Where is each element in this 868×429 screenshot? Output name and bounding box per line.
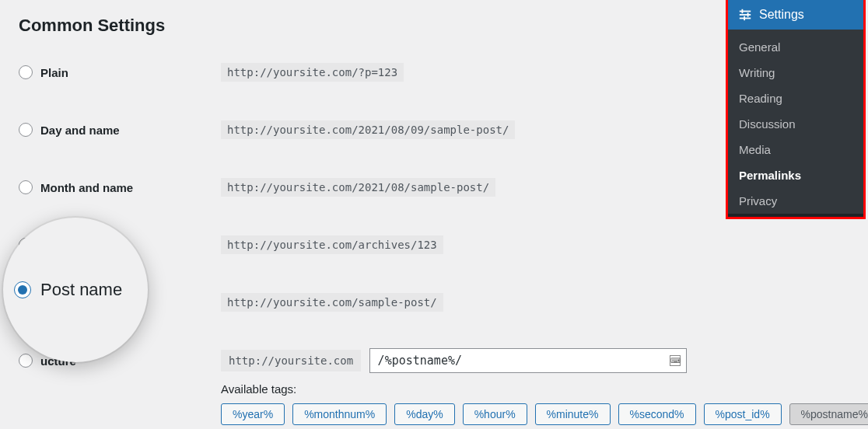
example-plain: http://yoursite.com/?p=123: [221, 63, 404, 82]
radio-plain[interactable]: [19, 65, 33, 79]
example-dayname: http://yoursite.com/2021/08/09/sample-po…: [221, 120, 515, 139]
tag-postname[interactable]: %postname%: [789, 403, 868, 425]
example-numeric: http://yoursite.com/archives/123: [221, 235, 443, 254]
radio-monthname[interactable]: [19, 180, 33, 194]
page-title: Common Settings: [19, 16, 849, 36]
sidebar-item-media[interactable]: Media: [728, 137, 863, 162]
spotlight-radio[interactable]: [14, 281, 31, 298]
radio-custom[interactable]: [19, 354, 33, 368]
tag-day[interactable]: %day%: [394, 403, 454, 425]
radio-dayname[interactable]: [19, 123, 33, 137]
option-monthname: Month and name http://yoursite.com/2021/…: [19, 176, 849, 199]
svg-rect-0: [740, 11, 751, 12]
spotlight-zoom: Post name: [3, 218, 148, 362]
available-tags-label: Available tags:: [221, 382, 849, 396]
tag-monthnum[interactable]: %monthnum%: [292, 403, 387, 425]
sidebar-item-permalinks[interactable]: Permalinks: [728, 162, 863, 188]
tag-second[interactable]: %second%: [618, 403, 696, 425]
sidebar-item-writing[interactable]: Writing: [728, 60, 863, 85]
option-plain: Plain http://yoursite.com/?p=123: [19, 61, 849, 84]
tag-year[interactable]: %year%: [221, 403, 285, 425]
tag-minute[interactable]: %minute%: [535, 403, 611, 425]
svg-rect-3: [742, 9, 744, 13]
sidebar-header-settings[interactable]: Settings: [728, 0, 863, 30]
option-numeric: http://yoursite.com/archives/123: [19, 233, 849, 256]
keyboard-icon: ⌨: [670, 355, 681, 366]
label-monthname: Month and name: [40, 181, 133, 194]
svg-rect-5: [744, 16, 745, 20]
custom-prefix: http://yoursite.com: [221, 350, 361, 371]
label-dayname: Day and name: [40, 124, 120, 137]
example-monthname: http://yoursite.com/2021/08/sample-post/: [221, 178, 495, 197]
spotlight-label: Post name: [40, 280, 122, 300]
settings-sidebar: Settings General Writing Reading Discuss…: [726, 0, 866, 219]
option-custom: ucture http://yoursite.com ⌨: [19, 348, 849, 373]
tag-post-id[interactable]: %post_id%: [704, 403, 782, 425]
example-postname: http://yoursite.com/sample-post/: [221, 293, 443, 312]
svg-rect-1: [740, 14, 751, 16]
svg-rect-4: [747, 12, 749, 16]
label-plain: Plain: [40, 66, 68, 79]
sidebar-header-label: Settings: [759, 8, 804, 22]
sidebar-item-general[interactable]: General: [728, 34, 863, 60]
tags-row: %year% %monthnum% %day% %hour% %minute% …: [221, 403, 849, 425]
tag-hour[interactable]: %hour%: [463, 403, 527, 425]
custom-structure-input[interactable]: [369, 348, 687, 373]
sidebar-item-reading[interactable]: Reading: [728, 85, 863, 111]
option-dayname: Day and name http://yoursite.com/2021/08…: [19, 118, 849, 141]
settings-icon: [737, 7, 753, 23]
sidebar-item-privacy[interactable]: Privacy: [728, 188, 863, 214]
sidebar-item-discussion[interactable]: Discussion: [728, 111, 863, 137]
